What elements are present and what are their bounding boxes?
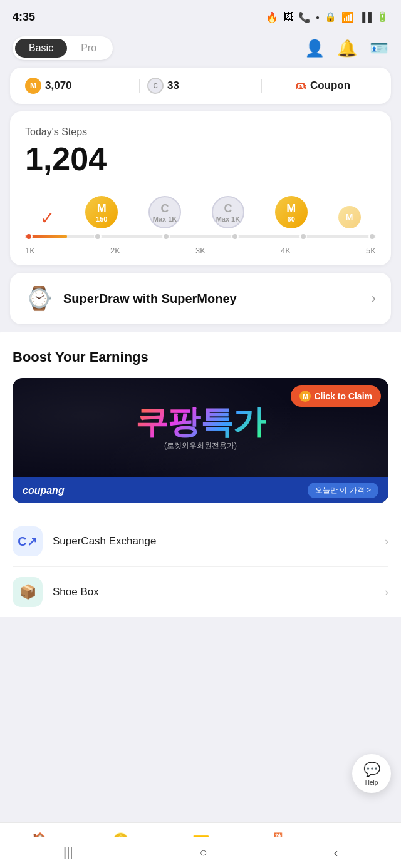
milestone-m-150: M 150 [85,196,118,228]
ad-banner[interactable]: 쿠팡특가 (로켓와우회원전용가) M Click to Claim coupan… [13,378,388,503]
coupon-icon: 🎟 [295,79,306,93]
watch-icon: ⌚ [25,285,53,312]
dot-3k [231,233,239,240]
basic-mode-button[interactable]: Basic [15,39,67,58]
boost-section: Boost Your Earnings 쿠팡특가 (로켓와우회원전용가) M C… [0,332,401,617]
flame-icon: 🔥 [266,11,278,23]
boost-title: Boost Your Earnings [13,349,388,365]
dot-0 [25,233,33,240]
help-button[interactable]: 💬 Help [352,754,391,793]
system-nav: ||| ○ ‹ [0,837,401,868]
ad-sub-text: (로켓와우회원전용가) [135,441,266,451]
status-bar: 4:35 🔥 🖼 📞 ● 🔒 📶 ▐▐ 🔋 [0,0,401,31]
progress-labels: 1K 2K 3K 4K 5K [25,246,376,255]
coin-extra: M [338,206,361,228]
wifi-icon: 📶 [341,11,354,23]
shoebox-name: Shoe Box [53,586,99,598]
steps-card: Today's Steps 1,204 ✓ M 150 C Max 1K [10,111,391,265]
milestones: ✓ M 150 C Max 1K C Max 1K [25,196,376,228]
click-to-claim-button[interactable]: M Click to Claim [291,385,381,407]
c-icon: C [147,78,164,94]
help-label: Help [365,779,378,786]
supercash-name: SuperCash Exchange [53,535,156,548]
phone-icon: 📞 [298,11,311,23]
dot-5k [368,233,376,240]
steps-count: 1,204 [25,141,376,177]
supercash-left: C↗ SuperCash Exchange [13,526,156,556]
shoebox-chevron-icon: › [385,586,388,599]
milestone-check: ✓ [40,208,55,228]
status-icons: 🔥 🖼 📞 ● 🔒 📶 ▐▐ 🔋 [266,11,388,23]
image-icon: 🖼 [283,11,293,23]
dot-4k [299,233,307,240]
label-4k: 4K [281,246,291,255]
milestone-c-max1k-1: C Max 1K [148,196,181,228]
coupon-item[interactable]: 🎟 Coupon [269,79,376,93]
checkmark-icon: ✓ [40,208,55,228]
milestone-c-max1k-2: C Max 1K [212,196,244,228]
chevron-right-icon: › [372,290,376,307]
pro-mode-button[interactable]: Pro [67,39,110,58]
superdraw-card[interactable]: ⌚ SuperDraw with SuperMoney › [10,273,391,324]
m-points-item[interactable]: M 3,070 [25,78,132,94]
steps-label: Today's Steps [25,126,376,138]
coin-m-150: M 150 [85,196,118,228]
lock-icon: 🔒 [325,11,336,23]
progress-track [25,235,376,238]
label-3k: 3K [195,246,206,255]
shoebox-icon: 📦 [13,577,43,607]
coin-c-max1k-2: C Max 1K [212,196,244,228]
coin-m-60: M 60 [275,196,308,228]
coin-c-max1k-1: C Max 1K [148,196,181,228]
shoebox-item[interactable]: 📦 Shoe Box › [13,566,388,617]
progress-dots [25,233,376,240]
c-points-value: 33 [167,79,179,92]
m-points-value: 3,070 [45,79,72,92]
coupang-cta[interactable]: 오늘만 이 가격 > [308,483,378,498]
claim-m-icon: M [299,391,311,402]
c-points-item[interactable]: C 33 [147,78,254,94]
top-nav: Basic Pro 👤 🔔 🪪 [0,31,401,68]
coupang-logo: coupang [23,485,65,496]
milestone-m-60: M 60 [275,196,308,228]
supercash-exchange-item[interactable]: C↗ SuperCash Exchange › [13,516,388,566]
scroll-content: M 3,070 C 33 🎟 Coupon Today's Steps 1,20… [0,68,401,324]
dot-1k [94,233,102,240]
bell-icon[interactable]: 🔔 [337,39,357,58]
m-icon: M [25,78,41,94]
superdraw-left: ⌚ SuperDraw with SuperMoney [25,285,237,312]
coupon-label: Coupon [310,79,350,92]
rewards-bar: M 3,070 C 33 🎟 Coupon [10,68,391,104]
mode-toggle: Basic Pro [13,36,113,60]
progress-section: 1K 2K 3K 4K 5K [25,235,376,255]
profile-icon[interactable]: 👤 [305,39,325,58]
divider-1 [139,79,140,93]
dot-icon: ● [316,14,320,21]
nav-icons: 👤 🔔 🪪 [305,39,388,58]
ad-main-text: 쿠팡특가 [135,406,266,438]
supercash-chevron-icon: › [385,535,388,548]
home-button[interactable]: ○ [199,845,207,860]
divider-2 [261,79,262,93]
coupang-bottom-bar: coupang 오늘만 이 가격 > [13,477,388,503]
dot-2k [162,233,170,240]
supercash-icon: C↗ [13,526,43,556]
superdraw-text: SuperDraw with SuperMoney [63,292,237,306]
wallet-icon[interactable]: 🪪 [370,39,388,57]
status-time: 4:35 [13,11,35,24]
label-5k: 5K [366,246,376,255]
label-1k: 1K [25,246,35,255]
back-button[interactable]: ‹ [333,845,338,860]
battery-icon: 🔋 [377,11,388,23]
signal-icon: ▐▐ [359,12,372,22]
shoebox-left: 📦 Shoe Box [13,577,99,607]
chat-icon: 💬 [363,762,380,778]
milestone-extra: M [338,206,361,228]
label-2k: 2K [110,246,120,255]
recents-button[interactable]: ||| [63,845,73,860]
